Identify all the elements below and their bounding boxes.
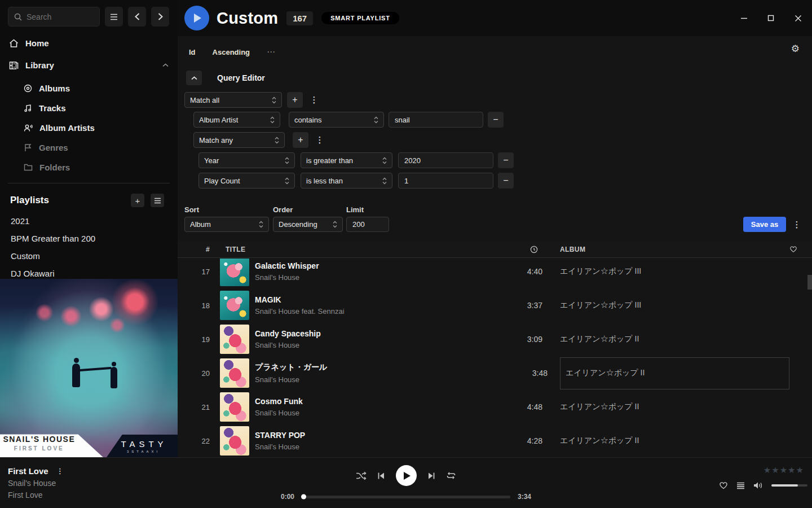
remove-rule-button[interactable]: − [498,173,514,189]
album-cover-thumbnail[interactable] [220,259,249,286]
track-album[interactable]: エイリアン☆ポップ II [560,436,789,446]
track-album[interactable]: エイリアン☆ポップ III [560,300,789,310]
sort-direction-control[interactable]: Ascending [213,48,250,56]
order-select[interactable]: Descending [273,217,343,232]
star-icon[interactable]: ★ [764,466,771,475]
add-rule-button[interactable]: + [293,132,308,148]
sidebar-item-folders[interactable]: Folders [0,160,178,174]
column-header-duration[interactable] [492,246,542,253]
maximize-button[interactable] [765,12,777,24]
track-album-focused[interactable]: エイリアン☆ポップ II [560,357,789,389]
rule-value-input[interactable] [398,173,493,189]
column-header-index[interactable]: # [178,246,213,253]
add-rule-button[interactable]: + [287,92,303,108]
track-artist[interactable]: Snail's House [255,409,492,417]
track-artist[interactable]: Snail's House [255,375,497,384]
now-playing-album[interactable]: First Love [8,491,64,500]
track-title[interactable]: STARRY POP [255,431,492,440]
queue-button[interactable] [736,482,745,489]
track-artist[interactable]: Snail's House [255,273,492,282]
remove-rule-button[interactable]: − [488,112,504,128]
rule-operator-select[interactable]: is greater than [301,152,392,168]
star-icon[interactable]: ★ [771,466,779,475]
nav-forward-button[interactable] [151,7,169,27]
track-artist[interactable]: Snail's House [255,443,492,451]
close-button[interactable] [792,12,804,24]
now-playing-title[interactable]: First Love [8,466,48,476]
volume-slider[interactable] [771,484,807,487]
rule-field-select[interactable]: Year [198,152,295,168]
rule-group-menu-icon[interactable]: ⋮ [314,132,325,148]
sidebar-item-genres[interactable]: Genres [0,141,178,154]
track-row[interactable]: 21 Cosmo Funk Snail's House 4:48 エイリアン☆ポ… [178,390,812,424]
sidebar-item-home[interactable]: Home [0,36,178,50]
playlist-item-bpm[interactable]: BPM Greater than 200 [0,234,178,244]
menu-button[interactable] [105,7,123,27]
track-album[interactable]: エイリアン☆ポップ III [560,266,789,277]
now-playing-menu-icon[interactable]: ⋮ [56,467,64,475]
settings-gear-button[interactable]: ⚙ [791,43,800,55]
favorite-button[interactable] [719,481,728,489]
track-album[interactable]: エイリアン☆ポップ II [560,334,789,344]
scrollbar-thumb[interactable] [807,275,812,290]
sidebar-item-tracks[interactable]: Tracks [0,101,178,115]
seek-slider[interactable] [302,496,510,498]
collapse-query-editor-button[interactable] [186,71,202,85]
nav-back-button[interactable] [128,7,146,27]
more-options-icon[interactable]: ⋯ [267,47,276,57]
chevron-up-icon[interactable] [162,63,169,67]
playlist-item-custom[interactable]: Custom [0,251,178,261]
track-artist[interactable]: Snail's House [255,341,492,349]
column-header-album[interactable]: ALBUM [560,246,789,253]
rule-value-input[interactable] [398,152,493,168]
rule-operator-select[interactable]: contains [289,112,384,128]
sort-field-control[interactable]: Id [189,48,196,56]
album-cover-thumbnail[interactable] [220,358,249,388]
track-title[interactable]: MAGIK [255,295,492,304]
add-playlist-button[interactable]: + [131,194,144,207]
album-cover-thumbnail[interactable] [220,392,249,422]
rule-group-menu-icon[interactable]: ⋮ [308,92,320,108]
shuffle-button[interactable] [356,471,367,480]
track-artist[interactable]: Snail's House feat. Sennzai [255,307,492,316]
query-menu-icon[interactable]: ⋮ [791,217,802,233]
track-row[interactable]: 22 STARRY POP Snail's House 4:28 エイリアン☆ポ… [178,424,812,457]
search-box[interactable] [8,7,100,27]
sort-select[interactable]: Album [184,217,269,232]
volume-button[interactable] [753,481,763,489]
previous-track-button[interactable] [377,472,385,480]
playlist-item-2021[interactable]: 2021 [0,216,178,226]
album-cover-thumbnail[interactable] [220,291,249,320]
now-playing-artist[interactable]: Snail's House [8,479,64,488]
track-row[interactable]: 20 プラネット・ガール Snail's House 3:48 エイリアン☆ポッ… [178,356,812,390]
sidebar-item-library[interactable]: Library [0,58,178,72]
match-all-select[interactable]: Match all [184,92,282,108]
repeat-button[interactable] [446,471,456,480]
track-title[interactable]: Cosmo Funk [255,397,492,406]
star-icon[interactable]: ★ [788,466,795,475]
track-row[interactable]: 18 MAGIK Snail's House feat. Sennzai 3:3… [178,288,812,322]
remove-rule-button[interactable]: − [498,152,514,168]
track-title[interactable]: Galactic Whisper [255,261,492,270]
save-as-button[interactable]: Save as [743,217,786,232]
rule-value-input[interactable] [389,112,483,128]
album-cover-thumbnail[interactable] [220,325,249,354]
track-row[interactable]: 17 Galactic Whisper Snail's House 4:40 エ… [178,259,812,288]
playlist-list-button[interactable] [151,194,164,207]
sidebar-item-album-artists[interactable]: Album Artists [0,121,178,134]
seek-knob[interactable] [301,494,306,500]
sidebar-item-albums[interactable]: Albums [0,81,178,95]
rule-operator-select[interactable]: is less than [301,173,392,189]
track-album[interactable]: エイリアン☆ポップ II [560,402,789,412]
star-icon[interactable]: ★ [796,466,804,475]
column-header-favorite[interactable] [789,246,812,253]
track-title[interactable]: Candy Spaceship [255,329,492,338]
track-row[interactable]: 19 Candy Spaceship Snail's House 3:09 エイ… [178,322,812,356]
playlist-item-dj-okawari[interactable]: DJ Okawari [0,269,178,279]
star-icon[interactable]: ★ [780,466,787,475]
minimize-button[interactable] [738,12,750,24]
play-playlist-button[interactable] [184,6,209,30]
rule-field-select[interactable]: Play Count [198,173,295,189]
limit-input[interactable] [346,217,389,232]
track-title[interactable]: プラネット・ガール [255,362,497,373]
